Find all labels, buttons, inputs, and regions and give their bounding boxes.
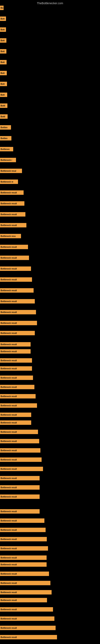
bar-row: Bottleneck result — [0, 212, 25, 216]
bottleneck-bar: Bo — [0, 6, 3, 10]
bar-label: Bottleneck result — [0, 636, 17, 639]
bar-row: Bottleneck result — [0, 376, 33, 380]
bar-row: Bottleneck result — [0, 556, 47, 560]
bar-row: Bott — [0, 49, 6, 54]
bottleneck-bar: Bottleneck result — [0, 546, 48, 550]
bar-label: Bottleneck result — [0, 289, 17, 292]
bar-label: Bottleneck result — [0, 528, 17, 532]
bar-label: Bottleneck result — [0, 311, 17, 314]
bottleneck-bar: Bott — [0, 71, 7, 75]
bar-label: Bottleneck result — [0, 519, 17, 522]
bottleneck-bar: Bottleneck result — [0, 403, 37, 408]
bar-label: Bottleneck result — [0, 608, 17, 611]
bottleneck-bar: Bottleneck result — [0, 420, 31, 425]
bar-row: Bottleneck result — [0, 448, 40, 452]
bar-row: Bottleneck result — [0, 321, 37, 325]
bar-label: Bottleneck result — [0, 430, 17, 434]
bar-label: Bott — [0, 17, 5, 20]
bar-label: Bottleneck resu — [0, 235, 16, 238]
bottleneck-bar: Bottleneck result — [0, 537, 47, 541]
bottleneck-bar: Bott — [0, 82, 7, 86]
bar-label: Bottleneck result — [0, 563, 17, 566]
bar-row: Bottleneck result — [0, 310, 36, 314]
bar-label: Bottleneck result — [0, 591, 17, 594]
bottleneck-bar: Bottleneck result — [0, 494, 40, 499]
bar-label: Bottleneck result — [0, 213, 17, 216]
bar-row: Bottleneck result — [0, 546, 48, 550]
bottleneck-bar: Bottleneck result — [0, 412, 31, 417]
bar-label: Bottleneck result — [0, 191, 17, 194]
bar-label: Bottleneck result — [0, 322, 17, 324]
bar-row: Bottleneck result — [0, 403, 37, 408]
bottleneck-bar: Bottleneck result — [0, 394, 36, 398]
bottleneck-bar: Bottleneck result — [0, 562, 47, 567]
bar-label: Bottleneck result — [0, 440, 17, 443]
bar-label: Bott — [0, 82, 5, 86]
bottleneck-bar: Bott — [0, 27, 6, 32]
bar-label: Bottleneck result — [0, 468, 17, 470]
bar-label: Bott — [0, 39, 5, 42]
bar-label: Bottleneck result — [0, 538, 17, 541]
bar-row: Bottleneck result — [0, 581, 50, 585]
bottleneck-bar: Bottleneck result — [0, 448, 40, 452]
bar-label: Bottleneck result — [0, 376, 17, 379]
bar-row: Bottleneck result — [0, 598, 47, 602]
bottleneck-bar: Bottleneck result — [0, 321, 37, 325]
bar-label: Bottl — [0, 104, 6, 107]
bar-label: Bottleneck result — [0, 404, 17, 407]
bar-label: Bott — [0, 28, 5, 31]
bar-label: Bottleneck result — [0, 510, 17, 513]
bar-label: Bottleneck result — [0, 278, 17, 281]
bar-row: Bott — [0, 27, 6, 32]
bottleneck-bar: Bottleneck resul — [0, 169, 22, 173]
bottleneck-bar: Bott — [0, 16, 6, 21]
bar-label: Bottleneck result — [0, 224, 17, 227]
bar-row: Bottleneck result — [0, 562, 47, 567]
bottleneck-bar: Bottleneck re — [0, 180, 18, 184]
bar-label: Bottleneck result — [0, 256, 17, 260]
bar-row: Bottleneck result — [0, 518, 44, 523]
bar-row: Bott — [0, 82, 7, 86]
bar-row: Bottleneck result — [0, 485, 40, 490]
bar-row: Bottleneck result — [0, 467, 43, 471]
bar-row: Bottleneck result — [0, 430, 38, 434]
bar-label: Bottleneck result — [0, 495, 17, 498]
bar-label: Bottlen — [0, 126, 8, 129]
bar-row: Bottleneck result — [0, 626, 56, 630]
bar-row: Bottleneck result — [0, 458, 42, 462]
bar-row: Bottleneck resul — [0, 169, 22, 173]
bar-row: Bottleneck result — [0, 537, 47, 541]
bar-label: Bottleneck result — [0, 343, 17, 346]
bottleneck-bar: Bottleneck result — [0, 509, 40, 514]
bottleneck-bar: Bottleneck result — [0, 616, 54, 621]
bottleneck-bar: Bottleneck result — [0, 299, 35, 304]
bottleneck-bar: Bottleneck result — [0, 288, 34, 292]
bar-row: Bottleneck result — [0, 277, 32, 282]
bar-row: Bottl — [0, 104, 7, 108]
bottleneck-bar: Bottleneck resu — [0, 234, 21, 238]
bottleneck-bar: Bottleneck result — [0, 266, 31, 271]
bar-row: Bottleneck result — [0, 349, 31, 354]
bar-label: Bottleneck result — [0, 202, 17, 205]
bar-label: Bottleneck result — [0, 350, 17, 353]
bar-row: Bottleneck result — [0, 190, 24, 195]
bar-row: Bottleneck result — [0, 394, 36, 398]
bottleneck-bar: Bottleneck result — [0, 458, 42, 462]
bar-row: Bottleneck result — [0, 385, 34, 389]
bottleneck-bar: Bottlen — [0, 125, 11, 130]
bar-label: Bottlen — [0, 137, 8, 140]
bar-row: Bottleneck result — [0, 266, 31, 271]
bar-row: Bottleneck re — [0, 180, 18, 184]
bar-label: Bott — [0, 94, 5, 96]
bar-row: Bottleneck result — [0, 256, 29, 260]
bottleneck-bar: Bottlen — [0, 136, 11, 140]
bottleneck-bar: Bottleneck result — [0, 485, 40, 490]
bar-label: Bottleneck result — [0, 246, 17, 248]
bar-label: Bottleneck result — [0, 486, 17, 489]
bottleneck-bar: Bottleneck result — [0, 581, 50, 585]
bar-label: Bottleneck result — [0, 395, 17, 398]
bar-label: Bottleneck result — [0, 572, 17, 575]
bar-label: Bottleneck result — [0, 300, 17, 303]
bottleneck-bar: Bottleneck result — [0, 518, 44, 523]
bottleneck-bar: Bottleneck result — [0, 528, 46, 532]
